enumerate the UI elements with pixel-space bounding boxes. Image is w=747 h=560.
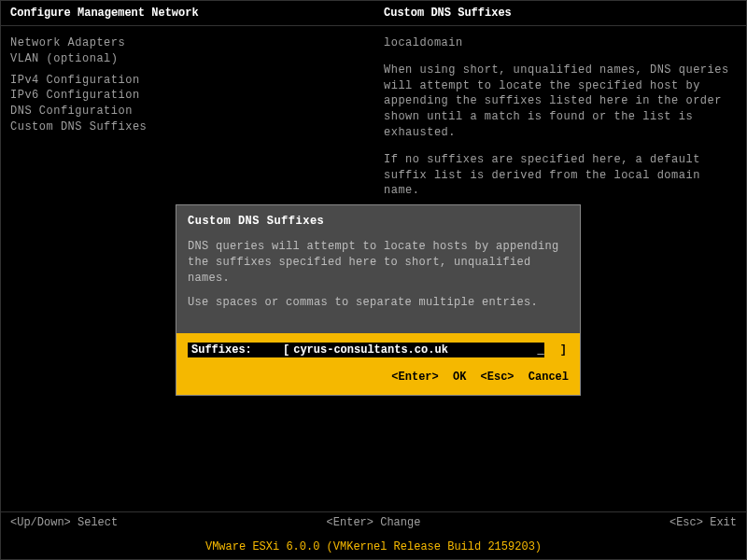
cancel-key-hint: <Esc> xyxy=(481,371,514,384)
suffixes-input[interactable]: cyrus-consultants.co.uk xyxy=(291,343,537,357)
menu-item-dns[interactable]: DNS Configuration xyxy=(10,104,365,119)
bracket-left: [ xyxy=(277,343,291,357)
status-bar: VMware ESXi 6.0.0 (VMKernel Release Buil… xyxy=(1,537,746,559)
dialog-actions: <Enter> OK <Esc> Cancel xyxy=(188,371,569,384)
dialog-body-2: Use spaces or commas to separate multipl… xyxy=(188,295,569,311)
content-area: Network Adapters VLAN (optional) IPv4 Co… xyxy=(1,26,746,219)
info-panel: localdomain When using short, unqualifie… xyxy=(365,35,737,210)
suffixes-label: Suffixes: xyxy=(188,343,277,357)
menu-item-network-adapters[interactable]: Network Adapters xyxy=(10,35,365,51)
suffixes-input-row[interactable]: Suffixes: [ cyrus-consultants.co.uk _ ] xyxy=(188,343,569,357)
dialog-description: DNS queries will attempt to locate hosts… xyxy=(188,239,569,311)
bracket-right: ] xyxy=(558,343,569,357)
info-paragraph-1: When using short, unqualified names, DNS… xyxy=(384,63,737,141)
custom-dns-suffixes-dialog: Custom DNS Suffixes DNS queries will att… xyxy=(176,204,581,396)
esxi-dcui-screen: Configure Management Network Custom DNS … xyxy=(0,0,747,560)
footer-hints: <Up/Down> Select <Enter> Change <Esc> Ex… xyxy=(1,511,746,533)
header-right-title: Custom DNS Suffixes xyxy=(374,7,737,20)
dialog-header-area: Custom DNS Suffixes DNS queries will att… xyxy=(176,205,580,333)
input-gap xyxy=(544,343,558,357)
text-cursor: _ xyxy=(537,343,543,357)
dialog-title: Custom DNS Suffixes xyxy=(188,215,569,228)
menu-panel: Network Adapters VLAN (optional) IPv4 Co… xyxy=(10,35,365,210)
dialog-input-area: Suffixes: [ cyrus-consultants.co.uk _ ] … xyxy=(176,333,580,395)
info-paragraph-2: If no suffixes are specified here, a def… xyxy=(384,152,737,199)
header-bar: Configure Management Network Custom DNS … xyxy=(1,1,746,26)
info-domain: localdomain xyxy=(384,35,737,51)
menu-item-vlan[interactable]: VLAN (optional) xyxy=(10,51,365,67)
menu-item-ipv6[interactable]: IPv6 Configuration xyxy=(10,88,365,104)
hint-updown: <Up/Down> Select xyxy=(10,516,252,529)
header-left-title: Configure Management Network xyxy=(10,7,374,20)
hint-enter: <Enter> Change xyxy=(252,516,494,529)
hint-esc: <Esc> Exit xyxy=(495,516,737,529)
dialog-body-1: DNS queries will attempt to locate hosts… xyxy=(188,239,569,286)
cancel-button[interactable]: Cancel xyxy=(529,371,569,384)
ok-key-hint: <Enter> xyxy=(391,371,438,384)
menu-item-custom-dns-suffixes[interactable]: Custom DNS Suffixes xyxy=(10,119,365,135)
menu-item-ipv4[interactable]: IPv4 Configuration xyxy=(10,73,365,89)
ok-button[interactable]: OK xyxy=(453,371,466,384)
